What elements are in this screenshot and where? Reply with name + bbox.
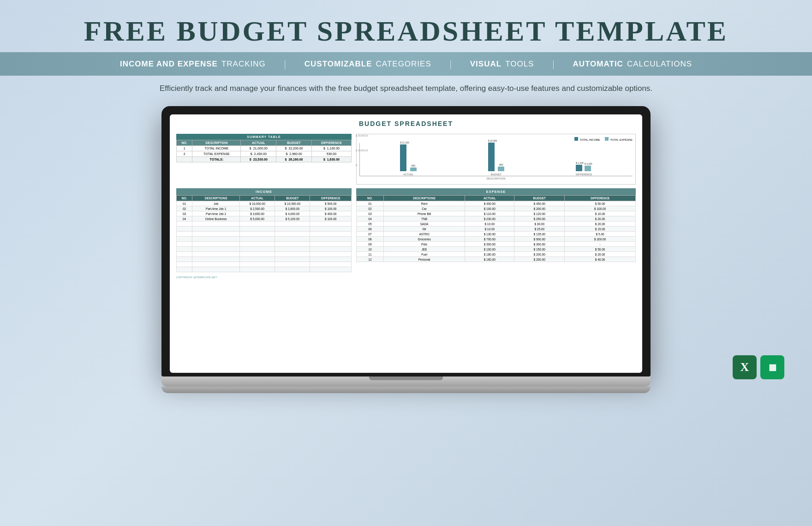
expense-row: 05SADA$ 10.00$ 30.00$ 20.00 xyxy=(357,221,636,227)
bar-budget-income xyxy=(488,143,495,171)
summary-row-1: 1 TOTAL INCOME $ 21,000.00 $ 22,200.00 $… xyxy=(177,146,352,151)
excel-x-label: X xyxy=(740,360,749,374)
chart-bars-diff: $ 1,100 $ 3,320 xyxy=(576,161,592,171)
income-tbody: 01Job$ 10,000.00$ 10,500.00$ 500.0002Par… xyxy=(177,201,352,272)
expense-col-no: NO. xyxy=(357,196,384,201)
legend-income: TOTAL INCOME xyxy=(574,137,600,141)
bar-budget-expense xyxy=(498,167,504,171)
summary-section: SUMMARY TABLE NO. DESCRIPTION ACTUAL BUD… xyxy=(176,134,352,185)
expense-row: 07ASTRO$ 130.00$ 135.00$ 5.00 xyxy=(357,232,636,237)
feature-bold-4: AUTOMATIC xyxy=(573,60,623,69)
summary-r1-budget: $ 22,200.00 xyxy=(276,146,312,151)
income-empty-row xyxy=(177,232,352,237)
divider-1: | xyxy=(284,59,286,69)
summary-r2-budget: $ 2,960.00 xyxy=(276,151,312,157)
laptop-screen-outer: BUDGET SPREADSHEET SUMMARY TABLE NO. DES… xyxy=(161,106,651,377)
feature-normal-1: TRACKING xyxy=(221,60,266,69)
income-empty-row xyxy=(177,257,352,262)
expense-table: NO. DESCRIPTIONS ACTUAL BUDGET DIFFERENC… xyxy=(356,195,636,262)
summary-totals-diff: $ 1,630.00 xyxy=(311,157,351,162)
bar-diff-expense xyxy=(585,166,591,171)
income-empty-row xyxy=(177,221,352,227)
income-empty-row xyxy=(177,237,352,242)
feature-item-visual: VISUAL TOOLS xyxy=(452,60,553,69)
feature-bar: INCOME AND EXPENSE TRACKING | CUSTOMIZAB… xyxy=(0,52,812,76)
legend-income-dot xyxy=(574,137,578,141)
budget-expense-val: 880 xyxy=(498,163,504,166)
feature-item-customizable: CUSTOMIZABLE CATEGORIES xyxy=(286,60,450,69)
summary-table: NO. DESCRIPTION ACTUAL BUDGET DIFFERENCE xyxy=(176,140,352,162)
income-row: 04Online Business$ 5,000.00$ 5,100.00$ 1… xyxy=(177,216,352,221)
summary-r1-diff: $ 1,100.00 xyxy=(311,146,351,151)
summary-r1-actual: $ 21,000.00 xyxy=(241,146,276,151)
summary-totals-empty xyxy=(177,157,192,162)
income-empty-row xyxy=(177,267,352,272)
excel-icon-gsheets[interactable]: ▦ xyxy=(760,355,784,379)
expense-col-actual: ACTUAL xyxy=(465,196,514,201)
excel-icons: X ▦ xyxy=(733,355,784,379)
ss-layout: SUMMARY TABLE NO. DESCRIPTION ACTUAL BUD… xyxy=(176,134,636,185)
expense-row: 06IW$ 10.00$ 25.00$ 15.00 xyxy=(357,227,636,232)
feature-item-income: INCOME AND EXPENSE TRACKING xyxy=(102,60,284,69)
income-col-budget: BUDGET xyxy=(275,196,310,201)
actual-expense-val: 800 xyxy=(410,164,417,167)
income-row: 02Part-time Job 1$ 2,500.00$ 2,600.00$ 1… xyxy=(177,206,352,211)
summary-totals-actual: $ 23,530.00 xyxy=(241,157,276,162)
summary-totals-label: TOTALS: xyxy=(192,157,241,162)
income-empty-row xyxy=(177,252,352,257)
expense-row: 12Personal$ 160.00$ 200.00$ 40.00 xyxy=(357,257,636,262)
income-empty-row xyxy=(177,247,352,252)
y-label-20k: $ 20,000.00 xyxy=(356,134,368,137)
expense-row: 11Fuel$ 180.00$ 200.00$ 20.00 xyxy=(357,252,636,257)
feature-bold-3: VISUAL xyxy=(470,60,502,69)
bar-diff-income xyxy=(576,165,582,171)
chart-bars-budget: $ 22,000 880 xyxy=(488,139,504,171)
summary-col-budget: BUDGET xyxy=(276,140,312,146)
laptop: BUDGET SPREADSHEET SUMMARY TABLE NO. DES… xyxy=(161,106,651,393)
bar-actual-expense xyxy=(410,167,417,171)
feature-bold-1: INCOME AND EXPENSE xyxy=(120,60,218,69)
summary-col-actual: ACTUAL xyxy=(241,140,276,146)
expense-row: 08Groceries$ 700.00$ 900.00$ 200.00 xyxy=(357,237,636,242)
spreadsheet: BUDGET SPREADSHEET SUMMARY TABLE NO. DES… xyxy=(170,114,642,373)
feature-item-automatic: AUTOMATIC CALCULATIONS xyxy=(554,60,710,69)
expense-row: 04TNB$ 230.00$ 250.00$ 20.00 xyxy=(357,216,636,221)
summary-col-diff: DIFFERENCE xyxy=(311,140,351,146)
chart-label-actual: ACTUAL xyxy=(403,173,413,176)
chart-group-diff: $ 1,100 $ 3,320 xyxy=(576,161,592,176)
feature-normal-2: CATEGORIES xyxy=(376,60,431,69)
chart-group-actual: $ 21,100 800 xyxy=(400,141,416,176)
income-section: INCOME NO. DESCRIPTIONS ACTUAL BUDGET DI… xyxy=(176,188,352,272)
summary-totals-row: TOTALS: $ 23,530.00 $ 26,160.00 $ 1,630.… xyxy=(177,157,352,162)
summary-r2-diff: 530.00 xyxy=(311,151,351,157)
bottom-layout: INCOME NO. DESCRIPTIONS ACTUAL BUDGET DI… xyxy=(176,188,636,272)
summary-col-desc: DESCRIPTION xyxy=(192,140,241,146)
feature-bold-2: CUSTOMIZABLE xyxy=(304,60,372,69)
expense-row: 10JEE$ 100.00$ 150.00$ 50.00 xyxy=(357,247,636,252)
feature-normal-3: TOOLS xyxy=(505,60,534,69)
income-col-actual: ACTUAL xyxy=(240,196,275,201)
ss-title: BUDGET SPREADSHEET xyxy=(176,120,636,130)
laptop-base xyxy=(161,377,651,387)
expense-col-desc: DESCRIPTIONS xyxy=(383,196,465,201)
summary-row-2: 2 TOTAL EXPENSE $ 2,430.00 $ 2,960.00 53… xyxy=(177,151,352,157)
expense-col-budget: BUDGET xyxy=(514,196,565,201)
chart-bars: $ 21,100 800 xyxy=(359,143,633,176)
expense-row: 09Pets$ 300.00$ 300.00- xyxy=(357,242,636,247)
income-table: NO. DESCRIPTIONS ACTUAL BUDGET DIFFERENC… xyxy=(176,195,352,272)
income-col-no: NO. xyxy=(177,196,192,201)
legend-expense: TOTAL EXPENSE xyxy=(605,137,633,141)
expense-row: 01Rent$ 400.00$ 450.00$ 50.00 xyxy=(357,201,636,206)
expense-row: 02Car$ 100.00$ 200.00$ 100.00 xyxy=(357,206,636,211)
diff-expense-val: $ 3,320 xyxy=(585,162,592,165)
divider-2: | xyxy=(450,59,452,69)
copyright: COPYRIGHT @TEMPLATE.NET xyxy=(176,276,636,279)
chart-label-diff: DIFFERENCE xyxy=(576,173,592,176)
income-empty-row xyxy=(177,262,352,267)
divider-3: | xyxy=(552,59,554,69)
income-header: INCOME xyxy=(176,188,352,195)
excel-icon-xlsx[interactable]: X xyxy=(733,355,757,379)
summary-r1-desc: TOTAL INCOME xyxy=(192,146,241,151)
income-col-diff: DIFFERENCE xyxy=(310,196,352,201)
actual-income-val: $ 21,100 xyxy=(400,141,409,144)
